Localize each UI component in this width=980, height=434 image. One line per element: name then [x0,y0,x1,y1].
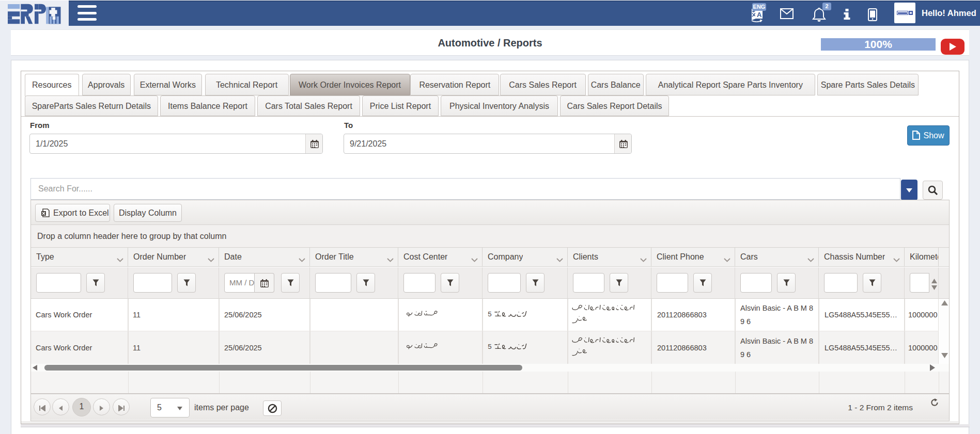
svg-text:A: A [757,11,762,19]
svg-text:5: 5 [488,310,491,318]
svg-text:5: 5 [488,343,491,350]
